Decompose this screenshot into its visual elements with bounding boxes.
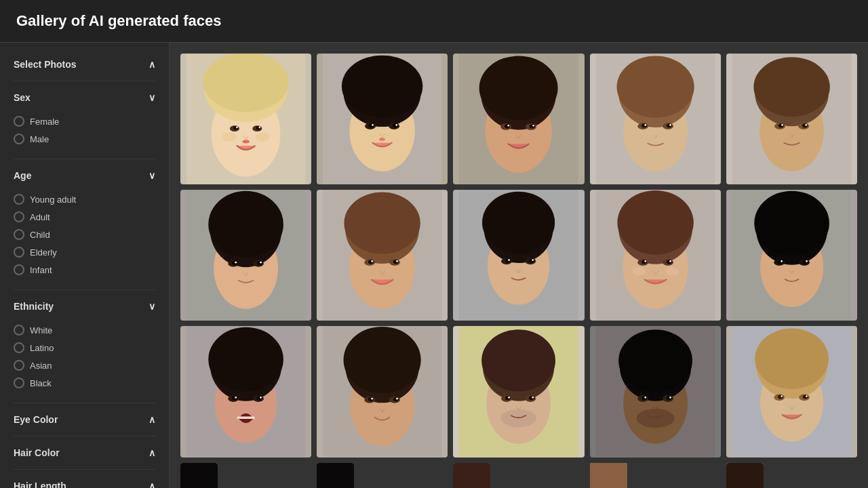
ethnicity-black-option[interactable]: Black <box>14 374 155 392</box>
age-elderly-label: Elderly <box>30 247 57 258</box>
svg-point-158 <box>781 396 783 398</box>
svg-point-82 <box>509 260 511 262</box>
svg-point-95 <box>665 267 678 275</box>
ethnicity-latino-radio[interactable] <box>14 342 24 353</box>
face-card-18[interactable] <box>453 463 490 488</box>
svg-point-19 <box>369 123 374 127</box>
face-card-1[interactable] <box>180 54 311 184</box>
face-card-20[interactable] <box>726 463 764 488</box>
ethnicity-section: Ethnicity ∨ White Latino Asian <box>14 296 155 403</box>
svg-point-20 <box>393 123 398 127</box>
sidebar: Select Photos ∧ Sex ∨ Female Male <box>0 43 170 488</box>
face-card-13[interactable] <box>453 326 584 457</box>
age-child-radio[interactable] <box>14 229 24 240</box>
sex-male-option[interactable]: Male <box>14 130 155 148</box>
page-header: Gallery of AI generated faces <box>0 0 868 43</box>
svg-point-40 <box>642 123 647 127</box>
select-photos-chevron: ∧ <box>149 59 155 70</box>
ethnicity-header[interactable]: Ethnicity ∨ <box>14 296 155 317</box>
age-infant-label: Infant <box>30 265 52 275</box>
ethnicity-latino-option[interactable]: Latino <box>14 339 155 357</box>
face-card-10[interactable] <box>726 190 857 321</box>
face-card-5[interactable] <box>726 54 857 184</box>
svg-point-27 <box>479 56 558 121</box>
ethnicity-white-option[interactable]: White <box>14 321 155 339</box>
svg-point-126 <box>372 398 374 400</box>
svg-point-71 <box>393 260 399 264</box>
ethnicity-asian-label: Asian <box>30 361 52 371</box>
svg-point-156 <box>778 395 783 399</box>
hair-color-chevron: ∧ <box>149 447 155 458</box>
svg-point-63 <box>260 262 262 264</box>
svg-point-146 <box>642 396 647 401</box>
svg-point-10 <box>236 127 238 129</box>
gallery-grid <box>180 54 857 488</box>
age-elderly-option[interactable]: Elderly <box>14 243 155 261</box>
age-infant-radio[interactable] <box>14 264 24 275</box>
hair-color-header[interactable]: Hair Color ∧ <box>14 442 155 464</box>
face-card-3[interactable] <box>453 54 584 184</box>
select-photos-header[interactable]: Select Photos ∧ <box>14 54 155 75</box>
hair-length-chevron: ∧ <box>149 481 155 488</box>
sex-female-radio[interactable] <box>14 116 24 127</box>
age-header[interactable]: Age ∨ <box>14 165 155 186</box>
svg-point-147 <box>666 396 671 401</box>
face-card-15[interactable] <box>726 326 857 457</box>
age-youngadult-radio[interactable] <box>14 194 24 205</box>
svg-point-31 <box>530 124 535 128</box>
age-adult-option[interactable]: Adult <box>14 208 155 226</box>
svg-point-105 <box>806 260 808 262</box>
eye-color-section: Eye Color ∧ <box>14 409 155 436</box>
ethnicity-white-radio[interactable] <box>14 325 24 336</box>
svg-rect-117 <box>237 417 254 420</box>
svg-point-22 <box>396 124 398 126</box>
sex-male-radio[interactable] <box>14 134 24 144</box>
svg-point-42 <box>644 124 646 126</box>
svg-point-104 <box>781 260 783 262</box>
ethnicity-black-radio[interactable] <box>14 378 24 388</box>
svg-point-165 <box>317 463 354 488</box>
face-card-4[interactable] <box>590 54 721 184</box>
sex-header[interactable]: Sex ∨ <box>14 87 155 108</box>
svg-point-136 <box>529 396 534 401</box>
sex-section: Sex ∨ Female Male <box>14 87 155 159</box>
ethnicity-asian-option[interactable]: Asian <box>14 357 155 374</box>
eye-color-header[interactable]: Eye Color ∧ <box>14 409 155 430</box>
ethnicity-label: Ethnicity <box>14 301 54 312</box>
svg-point-137 <box>509 396 511 399</box>
svg-point-30 <box>505 124 510 128</box>
face-card-2[interactable] <box>317 54 448 184</box>
face-card-17[interactable] <box>317 463 354 488</box>
svg-point-131 <box>482 330 556 392</box>
page-title: Gallery of AI generated faces <box>16 12 852 30</box>
age-adult-label: Adult <box>30 212 50 222</box>
face-card-9[interactable] <box>590 190 721 321</box>
svg-point-33 <box>533 125 535 127</box>
age-adult-radio[interactable] <box>14 211 24 222</box>
ethnicity-latino-label: Latino <box>30 343 54 353</box>
svg-point-37 <box>616 56 694 118</box>
face-card-16[interactable] <box>180 463 218 488</box>
face-card-19[interactable] <box>590 463 627 488</box>
age-elderly-radio[interactable] <box>14 247 24 258</box>
svg-point-92 <box>644 260 646 262</box>
face-card-12[interactable] <box>317 326 448 457</box>
svg-point-16 <box>342 56 422 117</box>
ethnicity-asian-radio[interactable] <box>14 360 24 371</box>
face-card-11[interactable] <box>180 326 311 457</box>
ethnicity-black-label: Black <box>30 378 52 388</box>
sex-female-option[interactable]: Female <box>14 113 155 130</box>
face-card-7[interactable] <box>317 190 448 321</box>
ethnicity-white-label: White <box>30 325 52 336</box>
face-card-6[interactable] <box>180 190 311 321</box>
face-card-14[interactable] <box>590 326 721 457</box>
svg-point-112 <box>232 396 237 401</box>
svg-point-127 <box>396 398 398 400</box>
svg-point-124 <box>368 397 374 401</box>
hair-length-header[interactable]: Hair Length ∧ <box>14 475 155 488</box>
face-card-8[interactable] <box>453 190 584 321</box>
svg-point-23 <box>379 138 385 140</box>
age-youngadult-option[interactable]: Young adult <box>14 190 155 208</box>
age-infant-option[interactable]: Infant <box>14 261 155 279</box>
age-child-option[interactable]: Child <box>14 226 155 243</box>
